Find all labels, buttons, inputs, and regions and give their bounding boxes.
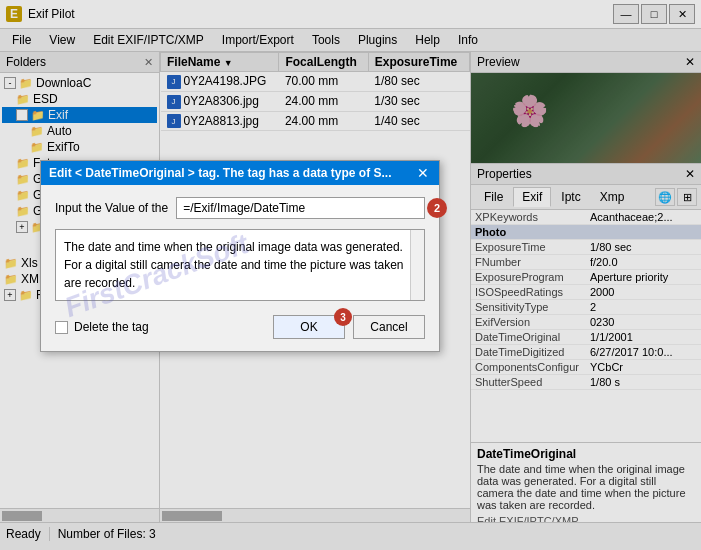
dialog-input-label: Input the Value of the (55, 201, 168, 215)
dialog-input-wrap: 2 (176, 197, 425, 219)
dialog-desc-text: The date and time when the original imag… (64, 240, 404, 290)
delete-tag-label: Delete the tag (74, 320, 149, 334)
dialog-scrollbar[interactable] (410, 230, 424, 300)
dialog-checkbox-row: Delete the tag (55, 320, 149, 334)
dialog-overlay: Edit < DateTimeOriginal > tag. The tag h… (0, 0, 701, 550)
dialog-description: The date and time when the original imag… (55, 229, 425, 301)
cancel-button[interactable]: Cancel (353, 315, 425, 339)
badge-2-circle: 2 (427, 198, 447, 218)
ok-button[interactable]: OK 3 (273, 315, 345, 339)
dialog-input-row: Input the Value of the 2 (55, 197, 425, 219)
dialog-buttons: OK 3 Cancel (273, 315, 425, 339)
edit-tag-dialog: Edit < DateTimeOriginal > tag. The tag h… (40, 160, 440, 352)
dialog-close-button[interactable]: ✕ (415, 165, 431, 181)
delete-tag-checkbox[interactable] (55, 321, 68, 334)
dialog-body: Input the Value of the 2 The date and ti… (41, 185, 439, 351)
badge-3-circle: 3 (334, 308, 352, 326)
dialog-title-bar: Edit < DateTimeOriginal > tag. The tag h… (41, 161, 439, 185)
dialog-footer: Delete the tag OK 3 Cancel (55, 311, 425, 339)
dialog-title: Edit < DateTimeOriginal > tag. The tag h… (49, 166, 392, 180)
dialog-tag-input[interactable] (176, 197, 425, 219)
